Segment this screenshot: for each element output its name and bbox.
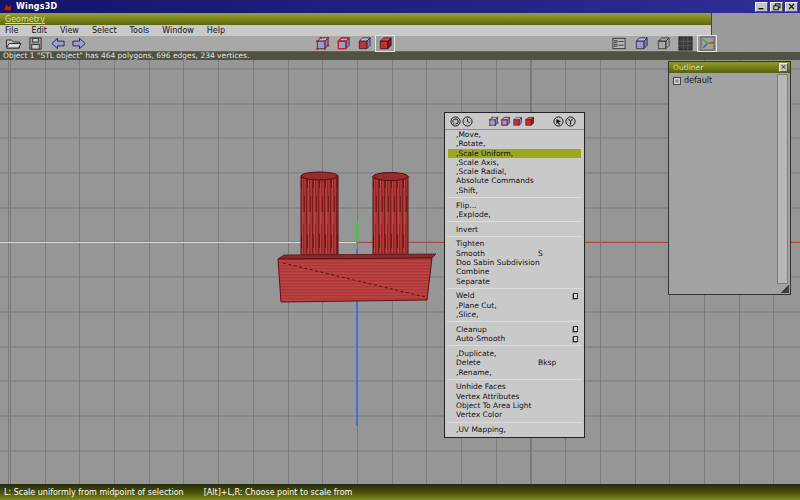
menu-separator [447,321,582,322]
menu-item-object-to-area-light[interactable]: Object To Area Light [448,401,581,410]
geometry-graph-button[interactable] [610,36,628,51]
repeat-icon[interactable] [449,115,461,127]
menu-item-uv-mapping[interactable]: ,UV Mapping, [448,425,581,434]
material-icon [673,77,681,85]
menu-separator [447,379,582,380]
menu-item-vertex-color[interactable]: Vertex Color [448,410,581,419]
redo-button[interactable] [70,36,88,51]
menu-item-scale-radial[interactable]: ,Scale Radial, [448,167,581,176]
ground-plane-icon [678,36,693,51]
geometry-window-titlebar[interactable]: Geometry [0,13,712,25]
menu-item-unhide-faces[interactable]: Unhide Faces [448,382,581,391]
menu-item-combine[interactable]: Combine [448,267,581,276]
menu-item-label: Smooth [456,249,485,258]
menu-item-label: Absolute Commands [456,176,534,185]
smooth-shading-button[interactable] [632,36,650,51]
menu-window[interactable]: Window [162,26,194,35]
menu-item-label: Doo Sabin Subdivision [456,258,540,267]
menu-item-explode[interactable]: ,Explode, [448,210,581,219]
statusbar-right-hint: [Alt]+L,R: Choose point to scale from [204,488,353,497]
select-face-mode-button[interactable] [355,36,373,51]
open-icon [5,36,22,51]
option-box-icon[interactable] [573,336,578,342]
face-mode-icon[interactable] [511,115,523,127]
menu-item-label: ,Move, [456,130,481,139]
smooth-shading-icon [634,36,649,51]
ground-plane-button[interactable] [676,36,694,51]
menu-item-auto-smooth[interactable]: Auto-Smooth [448,334,581,343]
toolbar-view-group [610,36,716,51]
menu-item-delete[interactable]: DeleteBksp [448,358,581,367]
save-button[interactable] [26,36,44,51]
menu-item-slice[interactable]: ,Slice, [448,310,581,319]
menu-item-label: Delete [456,358,481,367]
select-edge-mode-button[interactable] [334,36,352,51]
menu-item-label: Unhide Faces [456,382,506,391]
window-titlebar[interactable]: Wings3D [0,0,800,13]
option-box-icon[interactable] [573,326,578,332]
menu-item-duplicate[interactable]: ,Duplicate, [448,349,581,358]
menu-item-rename[interactable]: ,Rename, [448,368,581,377]
redo-icon [71,36,88,51]
pointer-icon[interactable] [552,115,564,127]
close-button[interactable] [785,2,798,12]
minimize-button[interactable] [755,2,768,12]
menu-item-scale-axis[interactable]: ,Scale Axis, [448,158,581,167]
menu-item-shift[interactable]: ,Shift, [448,186,581,195]
menu-item-invert[interactable]: Invert [448,225,581,234]
menu-separator [447,288,582,289]
show-axes-icon [700,36,715,51]
menu-item-label: ,Rename, [456,368,492,377]
open-button[interactable] [4,36,22,51]
menu-item-separate[interactable]: Separate [448,277,581,286]
menu-item-move[interactable]: ,Move, [448,130,581,139]
menu-item-vertex-attributes[interactable]: Vertex Attributes [448,392,581,401]
menu-select[interactable]: Select [92,26,117,35]
menu-item-scale-uniform[interactable]: ,Scale Uniform, [448,149,581,158]
outliner-item-default[interactable]: default [669,73,790,85]
menu-item-plane-cut[interactable]: ,Plane Cut, [448,301,581,310]
select-body-mode-icon [378,36,393,51]
outliner-resize-grip[interactable] [780,284,789,293]
option-box-icon[interactable] [573,293,578,299]
select-edge-mode-icon [336,36,351,51]
menu-item-tighten[interactable]: Tighten [448,239,581,248]
toolbar-file-group [4,36,88,51]
body-context-menu: ,Move,,Rotate,,Scale Uniform,,Scale Axis… [444,112,585,438]
outliner-window[interactable]: Outliner × default [668,61,791,295]
menu-item-absolute-commands[interactable]: Absolute Commands [448,176,581,185]
menu-item-label: Object To Area Light [456,401,531,410]
body-mode-icon[interactable] [523,115,535,127]
menu-item-label: Flip... [456,201,476,210]
selected-object-model[interactable] [270,166,440,310]
edge-mode-icon[interactable] [499,115,511,127]
outliner-close-button[interactable]: × [779,63,788,72]
menu-item-label: Vertex Color [456,410,502,419]
menu-item-smooth[interactable]: SmoothS [448,249,581,258]
history-icon[interactable] [461,115,473,127]
undo-button[interactable] [48,36,66,51]
menu-item-doo-sabin-subdivision[interactable]: Doo Sabin Subdivision [448,258,581,267]
vertex-mode-icon[interactable] [487,115,499,127]
menu-item-weld[interactable]: Weld [448,291,581,300]
menu-item-shortcut: Bksp [538,358,556,367]
wireframe-button[interactable] [654,36,672,51]
menu-view[interactable]: View [60,26,79,35]
menu-item-cleanup[interactable]: Cleanup [448,325,581,334]
menu-help[interactable]: Help [207,26,225,35]
select-vertex-mode-button[interactable] [313,36,331,51]
menu-edit[interactable]: Edit [31,26,47,35]
axis-lock-icon[interactable] [564,115,576,127]
restore-button[interactable] [770,2,783,12]
outliner-titlebar[interactable]: Outliner × [669,62,790,73]
menu-file[interactable]: File [5,26,18,35]
outliner-scrollbar[interactable] [777,74,788,284]
menu-item-label: ,Scale Uniform, [456,149,513,158]
menu-item-rotate[interactable]: ,Rotate, [448,139,581,148]
select-body-mode-button[interactable] [376,36,394,51]
menu-item-label: ,Explode, [456,210,491,219]
menu-tools[interactable]: Tools [130,26,150,35]
show-axes-button[interactable] [698,36,716,51]
menu-item-flip[interactable]: Flip... [448,201,581,210]
window-title: Wings3D [16,2,57,11]
